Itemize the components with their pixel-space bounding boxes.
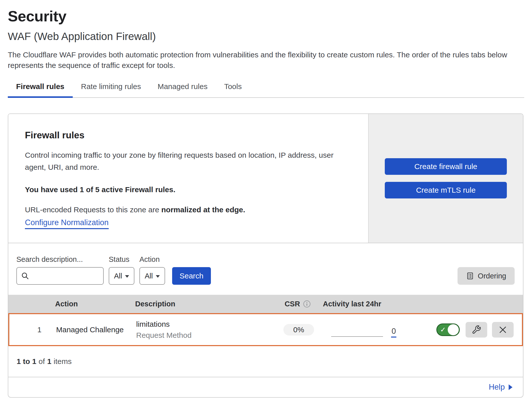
usage-summary: You have used 1 of 5 active Firewall rul… (25, 185, 352, 194)
search-input[interactable] (32, 272, 99, 280)
configure-normalization-link[interactable]: Configure Normalization (25, 218, 109, 229)
normalization-note-bold: normalized at the edge. (161, 205, 245, 214)
table-header-row: Action Description CSR Activity last 24h… (8, 295, 523, 313)
status-filter-group: Status All (109, 255, 134, 285)
create-mtls-rule-button[interactable]: Create mTLS rule (385, 182, 507, 198)
action-select[interactable]: All (139, 267, 165, 285)
page-description: The Cloudflare WAF provides both automat… (8, 50, 524, 71)
tab-firewall-rules[interactable]: Firewall rules (8, 82, 73, 97)
rule-enabled-toggle[interactable]: ✓ (436, 323, 460, 336)
search-filter-group: Search description... (16, 255, 104, 285)
normalization-note-text: URL-encoded Requests to this zone are (25, 205, 161, 214)
status-label: Status (109, 255, 134, 264)
tab-managed-rules[interactable]: Managed rules (149, 82, 216, 97)
chevron-down-icon (156, 275, 160, 278)
footer-range: 1 to 1 (17, 357, 36, 366)
ordering-button-label: Ordering (478, 272, 506, 280)
ordering-list-icon (466, 272, 474, 280)
page-subtitle: WAF (Web Application Firewall) (8, 30, 524, 43)
table-row: 1 Managed Challenge limitations Request … (8, 313, 523, 346)
action-select-value: All (145, 272, 153, 280)
action-label: Action (139, 255, 165, 264)
search-label: Search description... (16, 255, 104, 264)
filter-bar: Search description... Status All Action (8, 243, 523, 295)
header-action: Action (55, 300, 135, 308)
activity-sparkline (331, 336, 383, 337)
status-select-value: All (114, 272, 122, 280)
header-csr-label: CSR (285, 300, 300, 308)
status-select[interactable]: All (109, 267, 134, 285)
rule-action-value: Managed Challenge (56, 325, 136, 334)
header-activity: Activity last 24hr (323, 300, 398, 308)
rule-controls-cell: ✓ (399, 322, 522, 338)
search-icon (21, 272, 29, 280)
search-button[interactable]: Search (172, 267, 211, 285)
firewall-rules-overview-card: Firewall rules Control incoming traffic … (8, 113, 523, 243)
edit-rule-button[interactable] (466, 322, 487, 338)
chevron-down-icon (125, 275, 129, 278)
rule-description[interactable]: limitations (136, 319, 274, 330)
header-csr: CSR (273, 300, 323, 308)
security-waf-page: Security WAF (Web Application Firewall) … (0, 0, 532, 398)
footer-total: 1 (47, 357, 51, 366)
tab-bar: Firewall rules Rate limiting rules Manag… (8, 82, 524, 98)
check-icon: ✓ (440, 326, 446, 334)
wrench-icon (472, 325, 481, 335)
search-input-wrapper (16, 267, 104, 285)
help-link[interactable]: Help (489, 383, 513, 392)
delete-rule-button[interactable] (492, 322, 514, 338)
activity-count-link[interactable]: 0 (391, 327, 396, 338)
overview-card-actions-panel: Create firewall rule Create mTLS rule (368, 114, 523, 243)
overview-card-info: Firewall rules Control incoming traffic … (8, 114, 368, 243)
page-title: Security (8, 8, 524, 25)
rule-activity-cell: 0 (324, 314, 399, 345)
arrow-right-icon (508, 384, 513, 390)
create-firewall-rule-button[interactable]: Create firewall rule (385, 158, 507, 175)
help-link-label: Help (489, 383, 505, 392)
header-description: Description (135, 300, 273, 308)
card-description: Control incoming traffic to your zone by… (25, 149, 352, 173)
rule-csr-cell: 0% (274, 324, 324, 336)
footer-of: of (39, 357, 45, 366)
footer-items: items (54, 357, 72, 366)
normalization-note: URL-encoded Requests to this zone are no… (25, 205, 352, 214)
rule-expression: Request Method (136, 330, 274, 341)
rule-description-cell: limitations Request Method (136, 319, 274, 341)
firewall-rules-table-card: Search description... Status All Action (8, 243, 523, 398)
close-icon (498, 325, 508, 335)
help-row: Help (8, 377, 523, 397)
csr-badge: 0% (283, 324, 314, 336)
info-icon[interactable] (303, 300, 311, 308)
tab-rate-limiting-rules[interactable]: Rate limiting rules (73, 82, 149, 97)
ordering-button[interactable]: Ordering (458, 267, 515, 285)
action-filter-group: Action All (139, 255, 165, 285)
tab-tools[interactable]: Tools (216, 82, 250, 97)
rule-priority-number: 1 (9, 325, 56, 334)
toggle-knob (448, 324, 459, 335)
table-footer-count: 1 to 1 of 1 items (8, 346, 523, 377)
card-heading: Firewall rules (25, 130, 352, 141)
